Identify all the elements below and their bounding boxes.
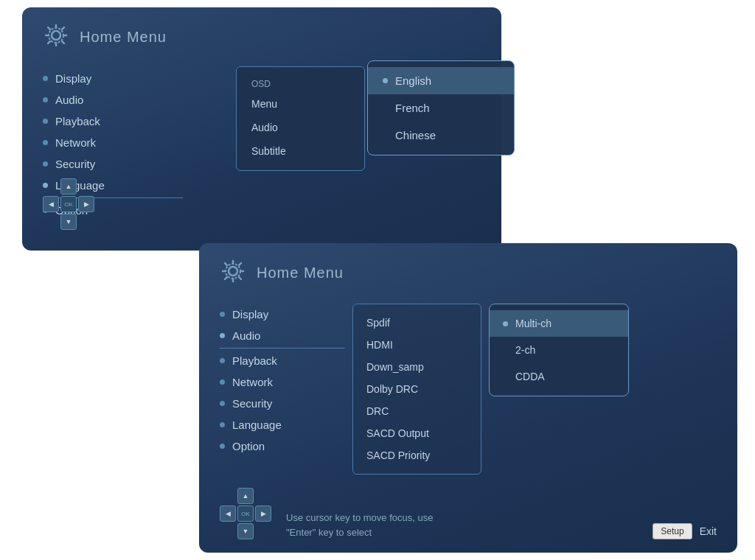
osd-subtitle-item[interactable]: Subtitle (237, 139, 364, 163)
lang-french[interactable]: French (368, 94, 514, 122)
gear-icon (43, 22, 69, 52)
bottom-menu-security[interactable]: Security (220, 393, 345, 414)
audio-bullet-2ch (503, 348, 508, 353)
lang-chinese[interactable]: Chinese (368, 122, 514, 149)
lang-bullet-chinese (383, 133, 388, 138)
b-nav-ok-button[interactable]: OK (237, 505, 254, 522)
nav-empty-1 (43, 178, 59, 195)
audio-dropdown: Multi-ch 2-ch CDDA (489, 304, 629, 396)
top-panel: Home Menu Display Audio Playback Network… (22, 7, 501, 251)
menu-item-audio[interactable]: Audio (43, 89, 183, 111)
b-nav-empty-1 (220, 488, 236, 504)
svg-point-2 (229, 267, 237, 276)
bullet-audio (43, 97, 48, 102)
audio-sacd-priority[interactable]: SACD Priority (353, 444, 481, 466)
b-bullet-playback (220, 358, 225, 363)
osd-header: OSD (237, 74, 364, 92)
svg-point-0 (52, 31, 60, 40)
nav-empty-3 (43, 214, 59, 230)
nav-down-button[interactable]: ▼ (60, 214, 77, 230)
bottom-menu-display[interactable]: Display (220, 304, 345, 325)
bottom-nav-control: ▲ ◀ OK ▶ ▼ (220, 488, 271, 539)
b-bullet-security (220, 401, 225, 406)
osd-menu-item[interactable]: Menu (237, 92, 364, 116)
b-bullet-audio (220, 333, 225, 338)
b-nav-up-button[interactable]: ▲ (237, 488, 254, 504)
audio-bullet-multich (503, 321, 508, 326)
b-nav-empty-2 (255, 488, 271, 504)
lang-bullet-english (383, 78, 388, 83)
top-panel-title: Home Menu (80, 29, 167, 46)
bottom-panel-title: Home Menu (257, 265, 344, 281)
nav-left-button[interactable]: ◀ (43, 196, 59, 212)
b-bullet-option (220, 444, 225, 449)
audio-opt-2ch[interactable]: 2-ch (490, 337, 628, 363)
bullet-display (43, 76, 48, 81)
bottom-panel: Home Menu Display Audio Playback Network… (199, 243, 737, 553)
bottom-menu-audio[interactable]: Audio (220, 325, 345, 349)
setup-button[interactable]: Setup (653, 523, 692, 539)
b-nav-empty-3 (220, 523, 236, 539)
b-nav-down-button[interactable]: ▼ (237, 523, 254, 539)
bullet-network (43, 140, 48, 145)
menu-item-security[interactable]: Security (43, 153, 183, 175)
bottom-actions: Setup Exit (653, 523, 717, 539)
lang-english[interactable]: English (368, 67, 514, 94)
audio-dolby-drc[interactable]: Dolby DRC (353, 378, 481, 400)
audio-sacd-output[interactable]: SACD Output (353, 422, 481, 444)
exit-label[interactable]: Exit (700, 525, 717, 537)
b-bullet-language (220, 422, 225, 427)
top-panel-header: Home Menu (43, 22, 481, 52)
nav-right-button[interactable]: ▶ (78, 196, 94, 212)
menu-item-network[interactable]: Network (43, 132, 183, 153)
osd-audio-item[interactable]: Audio (237, 116, 364, 139)
bottom-panel-content: Display Audio Playback Network Security … (220, 304, 717, 475)
b-bullet-network (220, 379, 225, 385)
audio-opt-multich[interactable]: Multi-ch (490, 310, 628, 337)
nav-ok-button[interactable]: OK (60, 196, 77, 212)
bottom-menu-option[interactable]: Option (220, 435, 345, 457)
top-panel-content: Display Audio Playback Network Security … (43, 68, 481, 221)
b-bullet-display (220, 312, 225, 317)
osd-submenu: OSD Menu Audio Subtitle (236, 66, 365, 171)
audio-spdif[interactable]: Spdif (353, 312, 481, 334)
top-nav-control: ▲ ◀ OK ▶ ▼ (43, 178, 94, 230)
audio-hdmi[interactable]: HDMI (353, 334, 481, 356)
bullet-security (43, 161, 48, 167)
audio-downsamp[interactable]: Down_samp (353, 356, 481, 378)
audio-opt-cdda[interactable]: CDDA (490, 363, 628, 390)
bottom-bar: ▲ ◀ OK ▶ ▼ Use cursor key to move focus,… (220, 488, 717, 539)
lang-bullet-french (383, 105, 388, 111)
bottom-menu-language[interactable]: Language (220, 414, 345, 435)
hint-text: Use cursor key to move focus, use "Enter… (286, 511, 433, 539)
b-nav-empty-4 (255, 523, 271, 539)
nav-up-button[interactable]: ▲ (60, 178, 77, 195)
bullet-playback (43, 119, 48, 124)
menu-item-playback[interactable]: Playback (43, 111, 183, 132)
b-nav-right-button[interactable]: ▶ (255, 505, 271, 522)
nav-empty-4 (78, 214, 94, 230)
audio-drc[interactable]: DRC (353, 400, 481, 422)
bottom-main-menu: Display Audio Playback Network Security … (220, 304, 345, 475)
b-nav-left-button[interactable]: ◀ (220, 505, 236, 522)
bottom-menu-network[interactable]: Network (220, 371, 345, 393)
bottom-menu-playback[interactable]: Playback (220, 350, 345, 371)
bottom-panel-header: Home Menu (220, 258, 717, 287)
nav-empty-2 (78, 178, 94, 195)
audio-bullet-cdda (503, 374, 508, 379)
bottom-gear-icon (220, 258, 246, 287)
audio-submenu: Spdif HDMI Down_samp Dolby DRC DRC SACD … (352, 304, 481, 475)
language-dropdown: English French Chinese (367, 60, 515, 155)
menu-item-display[interactable]: Display (43, 68, 183, 89)
